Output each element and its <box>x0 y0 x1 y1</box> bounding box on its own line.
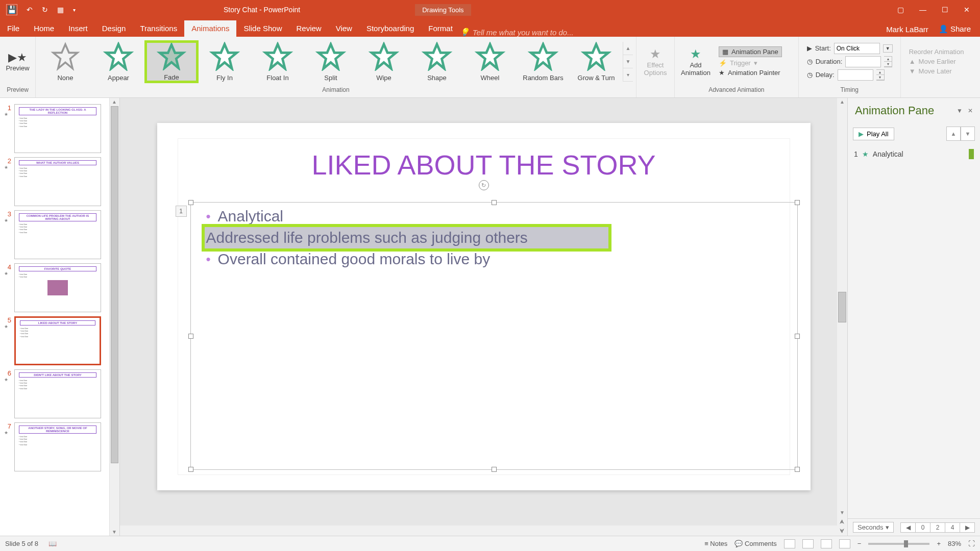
anim-random-bars[interactable]: Random Bars <box>518 42 569 82</box>
zoom-out-button[interactable]: − <box>857 540 862 547</box>
close-icon[interactable]: ✕ <box>964 6 970 14</box>
tab-home[interactable]: Home <box>27 20 61 37</box>
duration-spinner[interactable]: ▲▼ <box>884 56 892 67</box>
zoom-level[interactable]: 83% <box>948 540 961 547</box>
slide-thumbnail-1[interactable]: 1★ THE LADY IN THE LOOKING GLASS: A REFL… <box>0 102 119 155</box>
bullet-1[interactable]: •Analytical <box>191 206 797 227</box>
tab-insert[interactable]: Insert <box>61 20 95 37</box>
anim-wheel[interactable]: Wheel <box>464 42 516 82</box>
animation-pane-button[interactable]: ▦Animation Pane <box>719 46 782 57</box>
anim-wipe[interactable]: Wipe <box>358 42 409 82</box>
effect-options-button[interactable]: ★Effect Options <box>640 39 671 85</box>
delay-spinner[interactable]: ▲▼ <box>876 69 885 81</box>
add-animation-button[interactable]: ★Add Animation <box>678 39 714 85</box>
duration-input[interactable] <box>845 56 881 67</box>
redo-icon[interactable]: ↻ <box>42 6 48 14</box>
ribbon-options-icon[interactable]: ▢ <box>897 6 904 14</box>
anim-grow-turn[interactable]: Grow & Turn <box>571 42 622 82</box>
pane-close-icon[interactable]: ✕ <box>968 107 973 114</box>
present-icon[interactable]: ▦ <box>57 6 64 14</box>
tab-animations[interactable]: Animations <box>184 20 236 37</box>
resize-handle-ne[interactable] <box>795 200 800 205</box>
slide-canvas[interactable]: LIKED ABOUT THE STORY ↻ 1 •Analytical Ad… <box>120 98 847 536</box>
animation-sequence-tag[interactable]: 1 <box>176 206 187 217</box>
zoom-in-button[interactable]: + <box>937 540 941 547</box>
item-timeline-bar <box>969 149 974 159</box>
move-down-button[interactable]: ▼ <box>961 127 975 141</box>
gallery-scroll[interactable]: ▲▼▾ <box>623 42 633 82</box>
preview-button[interactable]: ▶★Preview <box>3 39 32 85</box>
slide-indicator[interactable]: Slide 5 of 8 <box>5 540 38 547</box>
zoom-slider[interactable] <box>868 543 929 545</box>
animation-pane: Animation Pane ▼✕ ▶Play All ▲▼ 1 ★ Analy… <box>847 98 980 536</box>
animation-painter-button[interactable]: ★Animation Painter <box>719 69 782 77</box>
tab-transitions[interactable]: Transitions <box>133 20 184 37</box>
content-textbox[interactable]: •Analytical Addressed life problems such… <box>190 202 798 470</box>
start-select[interactable] <box>834 43 880 54</box>
notes-button[interactable]: ≡ Notes <box>704 540 727 547</box>
seconds-dropdown[interactable]: Seconds ▾ <box>853 522 894 533</box>
slide-thumbnail-7[interactable]: 7★ ANOTHER STORY, SONG, OR MOVIE OF REMI… <box>0 420 119 473</box>
tab-storyboarding[interactable]: Storyboarding <box>359 20 421 37</box>
resize-handle-s[interactable] <box>492 467 497 472</box>
tab-review[interactable]: Review <box>289 20 328 37</box>
bullet-3[interactable]: •Overall contained good morals to live b… <box>191 248 797 270</box>
undo-icon[interactable]: ↶ <box>27 6 33 14</box>
resize-handle-n[interactable] <box>492 200 497 205</box>
tab-format[interactable]: Format <box>421 20 460 37</box>
bullet-2-selected[interactable]: Addressed life problems such as judging … <box>205 227 608 248</box>
slide-thumbnail-4[interactable]: 4★ FAVORITE QUOTE• text line• text line <box>0 261 119 314</box>
anim-shape[interactable]: Shape <box>411 42 462 82</box>
anim-fade[interactable]: Fade <box>146 42 197 82</box>
fit-to-window-button[interactable]: ⛶ <box>968 540 975 547</box>
normal-view-button[interactable] <box>784 539 795 548</box>
tab-view[interactable]: View <box>329 20 359 37</box>
resize-handle-w[interactable] <box>188 334 193 339</box>
qat-more-icon[interactable]: ▾ <box>73 7 76 13</box>
play-all-button[interactable]: ▶Play All <box>853 128 894 140</box>
timeline-left-arrow[interactable]: ◀ <box>900 522 916 533</box>
title-bar: 💾 ↶ ↻ ▦ ▾ Story Chat - PowerPoint Drawin… <box>0 0 980 19</box>
save-icon[interactable]: 💾 <box>6 4 17 15</box>
resize-handle-se[interactable] <box>795 467 800 472</box>
pane-dropdown-icon[interactable]: ▼ <box>957 107 963 114</box>
anim-appear[interactable]: Appear <box>93 42 144 82</box>
reading-view-button[interactable] <box>821 539 832 548</box>
slide-thumbnail-3[interactable]: 3★ COMMON LIFE PROBLEM THE AUTHOR IS WRI… <box>0 208 119 261</box>
slide-thumbnail-5[interactable]: 5★ LIKED ABOUT THE STORY• text line• tex… <box>0 314 119 367</box>
animation-item-1[interactable]: 1 ★ Analytical <box>848 147 980 161</box>
sorter-view-button[interactable] <box>802 539 814 548</box>
resize-handle-e[interactable] <box>795 334 800 339</box>
tell-me-search[interactable]: 💡Tell me what you want to do... <box>460 28 574 37</box>
slideshow-view-button[interactable] <box>839 539 850 548</box>
anim-flyin[interactable]: Fly In <box>199 42 250 82</box>
timeline-right-arrow[interactable]: ▶ <box>960 522 975 533</box>
move-up-button[interactable]: ▲ <box>946 127 961 141</box>
spellcheck-icon[interactable]: 📖 <box>48 540 57 547</box>
comments-button[interactable]: 💬 Comments <box>734 540 776 547</box>
move-later-button[interactable]: ▼ Move Later <box>909 67 964 75</box>
anim-split[interactable]: Split <box>305 42 356 82</box>
slide-thumbnail-6[interactable]: 6★ DIDN'T LIKE ABOUT THE STORY• text lin… <box>0 367 119 420</box>
resize-handle-nw[interactable] <box>188 200 193 205</box>
thumbnail-scrollbar[interactable]: ▲▼ <box>109 98 119 536</box>
user-name[interactable]: Mark LaBarr <box>886 25 928 34</box>
tab-file[interactable]: File <box>0 20 27 37</box>
tab-design[interactable]: Design <box>95 20 133 37</box>
slide-thumbnail-2[interactable]: 2★ WHAT THE AUTHOR VALUES• text line• te… <box>0 155 119 208</box>
resize-handle-sw[interactable] <box>188 467 193 472</box>
rotate-handle[interactable]: ↻ <box>479 180 489 190</box>
canvas-scrollbar-vertical[interactable]: ▲▼⮝⮟ <box>837 98 847 536</box>
share-button[interactable]: 👤 Share <box>939 24 971 34</box>
animation-gallery[interactable]: None Appear Fade Fly In Float In Split W… <box>39 41 623 83</box>
anim-floatin[interactable]: Float In <box>252 42 303 82</box>
maximize-icon[interactable]: ☐ <box>942 6 948 14</box>
canvas-scrollbar-horizontal[interactable] <box>120 525 837 536</box>
tab-slideshow[interactable]: Slide Show <box>236 20 289 37</box>
trigger-button[interactable]: ⚡Trigger ▾ <box>719 59 782 67</box>
minimize-icon[interactable]: — <box>919 6 926 14</box>
slide-title[interactable]: LIKED ABOUT THE STORY <box>178 139 790 181</box>
move-earlier-button[interactable]: ▲ Move Earlier <box>909 58 964 65</box>
anim-none[interactable]: None <box>40 42 91 82</box>
delay-input[interactable] <box>838 69 873 81</box>
